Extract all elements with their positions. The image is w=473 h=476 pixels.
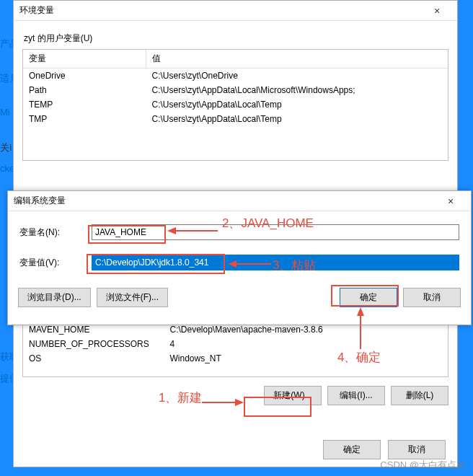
table-row[interactable]: OneDriveC:\Users\zyt\OneDrive (23, 69, 448, 84)
table-row[interactable]: TMPC:\Users\zyt\AppData\Local\Temp (23, 112, 448, 126)
annotation-text-3: 3、粘贴 (273, 257, 316, 273)
close-icon[interactable]: × (423, 5, 451, 17)
edit-sysvar-titlebar[interactable]: 编辑系统变量 × (8, 191, 471, 211)
ok-button[interactable]: 确定 (340, 288, 397, 307)
table-row[interactable]: NUMBER_OF_PROCESSORS4 (23, 337, 448, 351)
cancel-button[interactable]: 取消 (403, 288, 461, 307)
close-icon[interactable]: × (436, 195, 465, 207)
browse-dir-button[interactable]: 浏览目录(D)... (18, 288, 91, 307)
delete-button[interactable]: 删除(L) (391, 386, 448, 405)
svg-marker-7 (235, 399, 244, 406)
svg-marker-3 (228, 260, 236, 268)
col-header-val[interactable]: 值 (146, 50, 448, 69)
arrow-icon (167, 224, 218, 238)
arrow-icon (202, 395, 244, 410)
svg-marker-5 (357, 307, 364, 316)
table-row[interactable]: TEMPC:\Users\zyt\AppData\Local\Temp (23, 97, 448, 112)
var-value-label: 变量值(V): (19, 257, 92, 269)
annotation-text-2: 2、JAVA_HOME (222, 215, 314, 232)
browse-file-button[interactable]: 浏览文件(F)... (97, 288, 168, 307)
col-header-var[interactable]: 变量 (23, 50, 146, 69)
new-button[interactable]: 新建(W)... (264, 386, 322, 405)
env-vars-title: 环境变量 (19, 4, 423, 17)
table-row[interactable]: PathC:\Users\zyt\AppData\Local\Microsoft… (23, 83, 448, 97)
env-vars-titlebar[interactable]: 环境变量 × (14, 1, 457, 21)
watermark: CSDN @大白有点菜 (380, 459, 466, 472)
ok-button[interactable]: 确定 (323, 440, 381, 459)
arrow-icon (228, 257, 271, 271)
cancel-button[interactable]: 取消 (388, 440, 446, 459)
arrow-icon (353, 307, 375, 349)
svg-marker-1 (167, 227, 176, 234)
user-vars-table[interactable]: 变量 值 OneDriveC:\Users\zyt\OneDrive PathC… (22, 49, 448, 161)
edit-sysvar-title: 编辑系统变量 (14, 195, 436, 207)
var-name-label: 变量名(N): (19, 226, 92, 239)
annotation-text-4: 4、确定 (337, 349, 381, 366)
user-vars-label: zyt 的用户变量(U) (24, 32, 448, 45)
table-row[interactable]: OSWindows_NT (23, 351, 448, 366)
annotation-text-1: 1、新建 (159, 389, 202, 406)
edit-button[interactable]: 编辑(I)... (327, 386, 385, 405)
